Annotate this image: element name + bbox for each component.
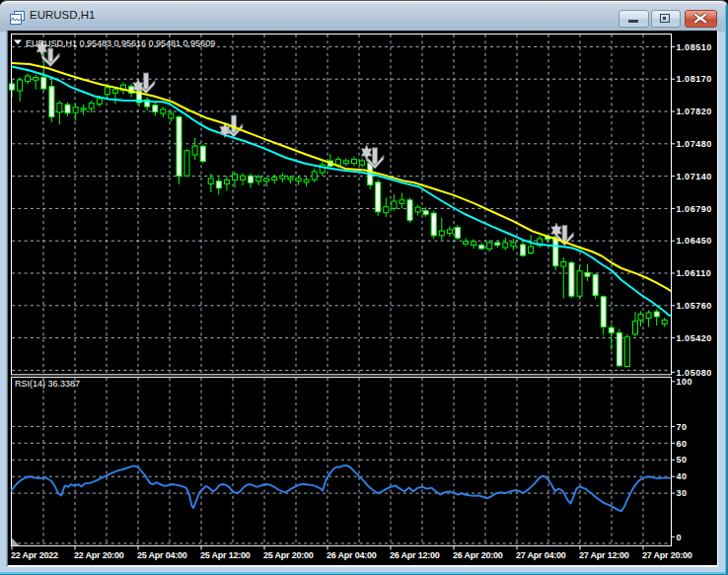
svg-text:26 Apr 12:00: 26 Apr 12:00 [390,550,440,560]
svg-text:0: 0 [677,533,683,542]
svg-text:1.05760: 1.05760 [677,301,712,311]
svg-text:25 Apr 12:00: 25 Apr 12:00 [200,550,251,560]
svg-text:1.08170: 1.08170 [677,74,712,84]
svg-text:25 Apr 04:00: 25 Apr 04:00 [137,550,187,560]
svg-text:EURUSD,H1 0,95483 0,95616 0,9: EURUSD,H1 0,95483 0,95616 0,95481 0,9560… [26,38,215,48]
svg-text:70: 70 [677,422,688,432]
svg-text:26 Apr 04:00: 26 Apr 04:00 [327,550,377,560]
svg-text:1.07140: 1.07140 [677,172,712,181]
svg-text:26 Apr 20:00: 26 Apr 20:00 [453,550,503,560]
svg-text:1.06790: 1.06790 [677,204,712,214]
svg-text:1.06450: 1.06450 [677,236,712,246]
svg-text:22 Apr 2022: 22 Apr 2022 [11,550,58,560]
svg-text:40: 40 [677,471,688,481]
svg-text:27 Apr 04:00: 27 Apr 04:00 [516,550,566,560]
svg-text:1.06110: 1.06110 [677,268,712,278]
svg-text:RSI(14) 36.3387: RSI(14) 36.3387 [15,379,80,389]
svg-text:25 Apr 20:00: 25 Apr 20:00 [263,550,314,560]
svg-text:27 Apr 20:00: 27 Apr 20:00 [642,550,692,560]
svg-text:27 Apr 12:00: 27 Apr 12:00 [579,550,629,560]
svg-text:1.08510: 1.08510 [677,42,712,52]
svg-text:100: 100 [677,377,693,387]
svg-text:60: 60 [677,439,688,449]
svg-text:50: 50 [677,455,688,465]
svg-text:22 Apr 20:00: 22 Apr 20:00 [74,550,124,560]
svg-text:1.05420: 1.05420 [677,333,712,343]
svg-text:1.07820: 1.07820 [677,107,712,116]
svg-text:30: 30 [677,488,688,498]
svg-text:1.07480: 1.07480 [677,139,712,149]
